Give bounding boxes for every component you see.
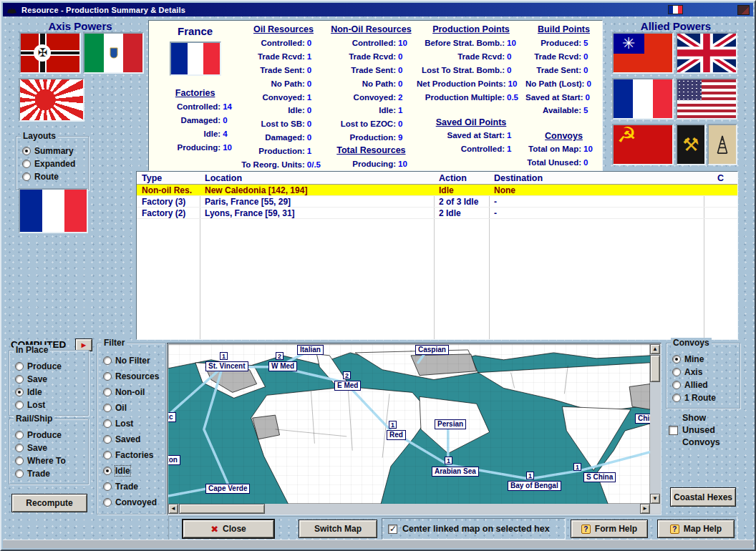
uk-flag[interactable] <box>676 32 737 74</box>
stat-row: Damaged: 0 <box>149 114 241 127</box>
convoy-point[interactable]: 2 <box>276 352 284 360</box>
rail-ship-radio[interactable]: Produce <box>9 429 88 442</box>
convoy-route-label[interactable]: Arabian Sea <box>432 467 479 477</box>
convoy-point[interactable]: 1 <box>445 457 452 464</box>
convoys-radio[interactable]: Axis <box>667 366 740 379</box>
convoy-route-label[interactable]: Persian <box>435 419 466 429</box>
convoy-route-label[interactable]: Italian <box>297 345 324 355</box>
usa-flag[interactable] <box>676 78 737 120</box>
show-unused-label-1: Show <box>682 412 720 424</box>
switch-map-button[interactable]: Switch Map <box>299 520 377 538</box>
scroll-up-icon[interactable]: ▲ <box>650 344 660 354</box>
map-help-button[interactable]: ? Map Help <box>657 520 735 538</box>
rail-ship-radio[interactable]: Save <box>9 442 88 454</box>
ussr-flag[interactable]: ☭ <box>612 124 674 165</box>
in-place-radio[interactable]: Lost <box>9 399 88 411</box>
scroll-down-icon[interactable]: ▼ <box>650 494 660 504</box>
convoy-route-label[interactable]: Red <box>387 430 406 440</box>
show-unused-checkbox[interactable] <box>669 426 678 435</box>
map-vertical-scrollbar[interactable]: ▲ ▼ <box>650 344 660 504</box>
country-column: France Factories Controlled: 14 Damaged:… <box>149 21 241 170</box>
rail-ship-radio[interactable]: Where To <box>9 454 88 467</box>
convoys-radio[interactable]: 1 Route <box>667 391 740 404</box>
filter-radio[interactable]: Oil <box>97 400 165 416</box>
convoys-radio[interactable]: Mine <box>667 353 740 366</box>
convoy-map[interactable]: 1221111 ItalianCaspianSt. VincentW MedE … <box>167 343 662 515</box>
col-header-type[interactable]: Type <box>137 172 200 184</box>
convoy-route-label[interactable]: W Med <box>268 361 297 371</box>
filter-radio[interactable]: Saved <box>97 431 165 447</box>
convoy-point[interactable]: 2 <box>343 371 351 379</box>
layout-radio[interactable]: Expanded <box>16 157 88 170</box>
filter-radio[interactable]: Resources <box>97 369 165 384</box>
table-row[interactable]: Factory (2) Lyons, France [59, 31] 2 Idl… <box>137 208 737 219</box>
french-flag-allied[interactable] <box>612 78 674 120</box>
convoy-route-label[interactable]: Cape Verde <box>205 484 250 494</box>
form-help-button[interactable]: ? Form Help <box>571 520 648 538</box>
convoy-route-label[interactable]: Caspian <box>415 345 449 355</box>
radio-icon <box>672 394 681 402</box>
in-place-radio[interactable]: Idle <box>9 386 88 399</box>
filter-radio[interactable]: No Filter <box>97 353 165 369</box>
convoys-radio[interactable]: Allied <box>667 379 740 391</box>
recompute-button[interactable]: Recompute <box>11 494 87 512</box>
convoy-point[interactable]: 1 <box>220 352 228 360</box>
scroll-left-icon[interactable]: ◄ <box>168 504 178 514</box>
window-corner-icon[interactable] <box>737 5 750 15</box>
german-war-flag[interactable]: ✠ <box>19 32 81 74</box>
filter-radio[interactable]: Lost <box>97 416 165 431</box>
center-map-checkbox[interactable] <box>388 525 397 534</box>
filter-radio[interactable]: Trade <box>97 479 165 494</box>
oil-derrick-icon[interactable] <box>707 124 737 165</box>
convoy-route-label[interactable]: Atlantic <box>168 412 176 422</box>
resource-table: Type Location Action Destination C Non-o… <box>136 171 738 340</box>
table-row[interactable]: Factory (3) Paris, France [55, 29] 2 of … <box>137 196 737 208</box>
layout-radio[interactable]: Summary <box>16 145 88 157</box>
saved-build-points-icon[interactable]: ⚒ <box>676 124 706 165</box>
col-header-location[interactable]: Location <box>200 172 434 184</box>
col-header-c[interactable]: C <box>704 172 737 184</box>
stat-row: Lost to EZOC: 0 <box>326 117 417 131</box>
layout-radio[interactable]: Route <box>16 170 88 183</box>
radio-icon <box>103 404 112 412</box>
map-viewport[interactable]: 1221111 ItalianCaspianSt. VincentW MedE … <box>168 344 650 504</box>
in-place-radio[interactable]: Produce <box>9 360 88 373</box>
convoy-route-label[interactable]: Amazon <box>168 455 180 465</box>
convoys-group-title: Convoys <box>671 338 712 348</box>
filter-radio[interactable]: Convoyed <box>97 494 165 510</box>
rail-ship-radio[interactable]: Trade <box>9 467 88 480</box>
convoy-route-label[interactable]: China <box>635 414 650 424</box>
in-place-radio[interactable]: Save <box>9 373 88 386</box>
convoy-route-label[interactable]: E Med <box>334 381 361 391</box>
stat-row: Idle: 4 <box>149 127 241 141</box>
italian-flag[interactable] <box>83 32 144 74</box>
col-header-destination[interactable]: Destination <box>489 172 704 184</box>
stat-row: Trade Rcvd: 0 <box>525 50 602 64</box>
french-flag-icon <box>668 5 683 14</box>
convoy-point[interactable]: 1 <box>526 472 534 479</box>
stat-row: Produced: 5 <box>525 36 602 50</box>
h-scroll-thumb[interactable] <box>179 504 265 514</box>
filter-radio[interactable]: Factories <box>97 447 165 463</box>
japanese-naval-ensign[interactable] <box>19 78 84 122</box>
map-horizontal-scrollbar[interactable]: ◄ ► <box>168 504 650 514</box>
table-row[interactable]: Non-oil Res. New Caledonia [142, 194] Id… <box>137 185 737 196</box>
stat-row: Saved at Start: 0 <box>525 90 602 104</box>
convoy-point[interactable]: 1 <box>389 421 397 429</box>
title-bar[interactable]: Resource - Production Summary & Details <box>3 3 753 16</box>
french-flag[interactable] <box>19 188 88 233</box>
convoy-point[interactable]: 1 <box>573 463 581 471</box>
col-header-action[interactable]: Action <box>434 172 489 184</box>
scroll-right-icon[interactable]: ► <box>640 504 650 514</box>
filter-radio[interactable]: Idle <box>97 463 165 479</box>
coastal-hexes-button[interactable]: Coastal Hexes <box>670 487 736 507</box>
filter-radio[interactable]: Non-oil <box>97 384 165 400</box>
convoy-route-label[interactable]: S China <box>583 472 616 482</box>
convoy-route-label[interactable]: Bay of Bengal <box>508 481 561 491</box>
v-scroll-thumb[interactable] <box>650 355 660 382</box>
china-flag[interactable]: ✳ <box>612 32 674 74</box>
convoy-route-label[interactable]: St. Vincent <box>205 361 248 371</box>
show-unused-convoys[interactable]: Show Unused Convoys <box>669 412 720 449</box>
window-resize-edge[interactable] <box>3 540 753 548</box>
close-button[interactable]: ✖ Close <box>182 519 275 539</box>
